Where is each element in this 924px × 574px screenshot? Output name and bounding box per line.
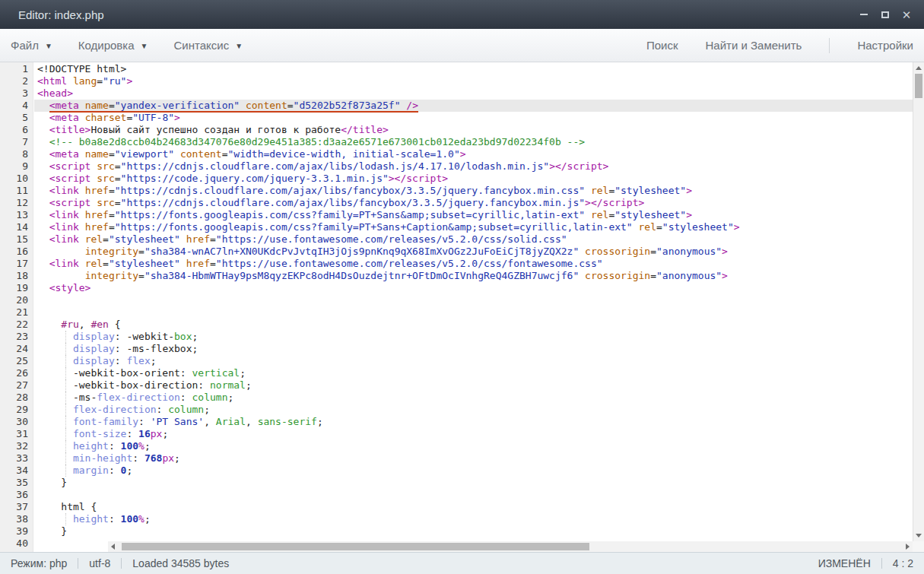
code-line-3: <head> <box>37 87 913 100</box>
code-line-6: <title>Новый сайт успешно создан и готов… <box>37 124 913 136</box>
menu-left: Файл▼Кодировка▼Синтаксис▼ <box>11 39 243 52</box>
code-line-1: <!DOCTYPE html> <box>37 63 913 75</box>
code-line-20 <box>37 294 913 306</box>
code-line-38: height: 100%; <box>37 513 913 525</box>
vertical-scrollbar[interactable] <box>913 62 924 541</box>
status-mode: Режим: php <box>11 557 67 569</box>
line-number: 36 <box>0 489 28 501</box>
line-number: 28 <box>0 392 28 404</box>
statusbar: Режим: php utf-8 Loaded 34585 bytes ИЗМЕ… <box>0 552 924 574</box>
code-line-13: <link href="https://fonts.googleapis.com… <box>37 209 913 221</box>
chevron-down-icon: ▼ <box>141 42 148 50</box>
line-number: 26 <box>0 367 28 379</box>
vertical-scrollbar-thumb[interactable] <box>915 74 922 98</box>
code-line-11: <link href="https://cdnjs.cloudflare.com… <box>37 185 913 197</box>
line-number: 10 <box>0 173 28 185</box>
line-number: 34 <box>0 465 28 477</box>
line-number: 4 <box>0 100 28 112</box>
menu-item-label: Кодировка <box>78 39 135 52</box>
scroll-down-icon[interactable] <box>916 534 922 538</box>
menu-item-label: Поиск <box>646 39 678 52</box>
scroll-up-icon[interactable] <box>916 66 922 70</box>
horizontal-scrollbar-thumb[interactable] <box>122 543 589 550</box>
scrollbar-corner <box>913 541 924 552</box>
line-number: 27 <box>0 379 28 392</box>
scroll-left-icon[interactable] <box>111 544 115 550</box>
menu-item-найти-и-заменить[interactable]: Найти и Заменить <box>706 39 802 52</box>
code-line-9: <script src="https://cdnjs.cloudflare.co… <box>37 160 913 173</box>
code-line-24: display: -ms-flexbox; <box>37 343 913 355</box>
titlebar: Editor: index.php ✕ <box>0 0 924 29</box>
code-line-8: <meta name="viewport" content="width=dev… <box>37 148 913 160</box>
line-number: 5 <box>0 112 28 124</box>
minimize-button[interactable] <box>856 6 872 23</box>
code-line-22: #ru, #en { <box>37 319 913 331</box>
chevron-down-icon: ▼ <box>45 42 52 50</box>
menu-item-кодировка[interactable]: Кодировка▼ <box>78 39 148 52</box>
code-line-16: integrity="sha384-wnAC7ln+XN0UKdcPvJvtqI… <box>37 246 913 258</box>
code-line-25: display: flex; <box>37 355 913 367</box>
scroll-right-icon[interactable] <box>906 544 910 550</box>
line-number-gutter: 1234567891011121314151617181920212223242… <box>0 62 33 552</box>
line-number: 29 <box>0 404 28 416</box>
status-encoding: utf-8 <box>89 557 110 569</box>
line-number: 39 <box>0 525 28 538</box>
line-number: 16 <box>0 246 28 258</box>
line-number: 15 <box>0 233 28 246</box>
code-line-32: height: 100%; <box>37 440 913 452</box>
menu-item-настройки[interactable]: Настройки <box>857 39 913 52</box>
line-number: 11 <box>0 185 28 197</box>
line-number: 3 <box>0 87 28 100</box>
chevron-down-icon: ▼ <box>235 42 243 50</box>
maximize-button[interactable] <box>877 6 894 23</box>
status-cursor-position: 4 : 2 <box>893 557 913 569</box>
line-number: 25 <box>0 355 28 367</box>
menu-item-label: Синтаксис <box>173 39 229 52</box>
maximize-icon <box>881 11 889 18</box>
status-separator <box>121 558 122 569</box>
search-underline-highlight: <meta name="yandex-verification" content… <box>49 100 418 111</box>
window-title: Editor: index.php <box>18 8 856 21</box>
code-line-29: flex-direction: column; <box>37 404 913 416</box>
code-line-23: display: -webkit-box; <box>37 331 913 343</box>
menu-item-label: Настройки <box>857 39 913 52</box>
line-number: 31 <box>0 428 28 440</box>
menu-item-label: Найти и Заменить <box>706 39 802 52</box>
status-left: Режим: php utf-8 Loaded 34585 bytes <box>11 557 818 569</box>
code-line-14: <link href="https://fonts.googleapis.com… <box>37 221 913 233</box>
code-line-18: integrity="sha384-HbmWTHay9psM8qyzEKPc8o… <box>37 270 913 282</box>
line-number: 7 <box>0 136 28 148</box>
horizontal-scrollbar[interactable] <box>108 541 913 552</box>
menu-separator <box>829 38 830 53</box>
close-button[interactable]: ✕ <box>898 6 915 23</box>
menu-item-файл[interactable]: Файл▼ <box>11 39 52 52</box>
line-number: 8 <box>0 148 28 160</box>
editor: 1234567891011121314151617181920212223242… <box>0 62 924 552</box>
line-number: 38 <box>0 513 28 525</box>
line-number: 14 <box>0 221 28 233</box>
code-area[interactable]: <!DOCTYPE html><html lang="ru"><head> <m… <box>34 62 913 541</box>
code-line-35: } <box>37 477 913 489</box>
code-line-27: -webkit-box-direction: normal; <box>37 379 913 392</box>
minimize-icon <box>860 14 868 15</box>
code-line-17: <link rel="stylesheet" href="https://use… <box>37 258 913 270</box>
line-number: 2 <box>0 75 28 87</box>
code-line-10: <script src="https://code.jquery.com/jqu… <box>37 173 913 185</box>
code-line-12: <script src="https://cdnjs.cloudflare.co… <box>37 197 913 209</box>
menu-item-поиск[interactable]: Поиск <box>646 39 678 52</box>
code-line-33: min-height: 768px; <box>37 452 913 465</box>
code-line-34: margin: 0; <box>37 465 913 477</box>
code-line-5: <meta charset="UTF-8"> <box>37 112 913 124</box>
line-number: 33 <box>0 452 28 465</box>
line-number: 1 <box>0 63 28 75</box>
code-line-28: -ms-flex-direction: column; <box>37 392 913 404</box>
line-number: 21 <box>0 306 28 319</box>
line-number: 35 <box>0 477 28 489</box>
code-line-4: <meta name="yandex-verification" content… <box>34 100 913 112</box>
menu-item-синтаксис[interactable]: Синтаксис▼ <box>173 39 243 52</box>
code-line-30: font-family: 'PT Sans', Arial, sans-seri… <box>37 416 913 428</box>
code-line-26: -webkit-box-orient: vertical; <box>37 367 913 379</box>
line-number: 22 <box>0 319 28 331</box>
menubar: Файл▼Кодировка▼Синтаксис▼ ПоискНайти и З… <box>0 29 924 62</box>
status-separator <box>881 558 882 569</box>
